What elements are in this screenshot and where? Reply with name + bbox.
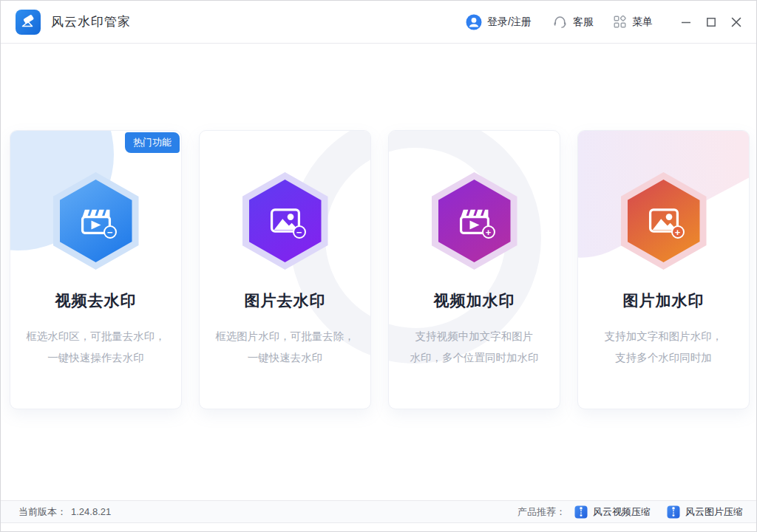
feature-card-2[interactable]: − 图片去水印 框选图片水印，可批量去除， 一键快速去水印	[199, 130, 371, 409]
titlebar: 风云水印管家 登录/注册 客服	[1, 1, 756, 44]
feature-hexagon-inner: +	[438, 180, 511, 262]
product-name: 风云图片压缩	[685, 505, 743, 519]
maximize-button[interactable]	[702, 13, 721, 32]
minimize-button[interactable]	[676, 13, 696, 32]
feature-desc-line1: 框选水印区，可批量去水印，	[10, 326, 181, 347]
menu-button[interactable]: 菜单	[613, 15, 653, 29]
main-area: 热门功能	[1, 44, 756, 501]
customer-service-label: 客服	[573, 16, 594, 29]
compress-app-icon	[574, 505, 588, 519]
feature-hexagon-inner: −	[249, 180, 322, 262]
avatar-icon	[466, 14, 482, 30]
version-label: 当前版本：	[18, 505, 67, 519]
feature-description: 支持视频中加文字和图片 水印，多个位置同时加水印	[389, 326, 560, 369]
feature-desc-line1: 支持视频中加文字和图片	[389, 326, 560, 347]
product-name: 风云视频压缩	[593, 505, 651, 519]
grid-menu-icon	[613, 15, 627, 29]
recommend-label: 产品推荐：	[517, 505, 566, 519]
plus-minus-badge: +	[482, 225, 495, 239]
feature-desc-line2: 一键快速操作去水印	[10, 347, 181, 369]
compress-app-icon	[667, 505, 680, 519]
feature-description: 框选水印区，可批量去水印， 一键快速操作去水印	[10, 326, 181, 369]
login-register-label: 登录/注册	[487, 16, 532, 29]
version-value: 1.24.8.21	[71, 506, 111, 517]
plus-minus-badge: −	[293, 225, 306, 239]
customer-service-button[interactable]: 客服	[552, 14, 594, 30]
app-logo	[16, 10, 41, 35]
feature-description: 支持加文字和图片水印， 支持多个水印同时加	[578, 326, 749, 369]
close-icon	[731, 17, 741, 27]
footer-bar: 当前版本： 1.24.8.21 产品推荐： 风云视频压缩	[1, 500, 756, 523]
plus-minus-badge: +	[671, 225, 685, 239]
feature-description: 框选图片水印，可批量去除， 一键快速去水印	[200, 326, 370, 369]
headset-icon	[552, 14, 568, 30]
feature-card-3[interactable]: + 视频加水印 支持视频中加文字和图片 水印，多个位置同时加水印	[388, 130, 560, 409]
feature-card-4[interactable]: + 图片加水印 支持加文字和图片水印， 支持多个水印同时加	[577, 130, 750, 409]
feature-desc-line1: 支持加文字和图片水印，	[578, 326, 749, 347]
feature-card-1[interactable]: 热门功能	[10, 130, 182, 409]
feature-desc-line2: 水印，多个位置同时加水印	[389, 347, 560, 369]
product-link-image-compress[interactable]: 风云图片压缩	[667, 505, 743, 519]
product-link-video-compress[interactable]: 风云视频压缩	[574, 505, 651, 519]
login-register-button[interactable]: 登录/注册	[466, 14, 532, 30]
feature-title: 视频加水印	[389, 290, 560, 311]
app-title: 风云水印管家	[51, 13, 131, 30]
feature-hexagon-inner: −	[60, 180, 132, 262]
feature-desc-line2: 支持多个水印同时加	[578, 347, 749, 369]
app-window: 风云水印管家 登录/注册 客服	[0, 0, 757, 532]
hot-feature-badge: 热门功能	[125, 132, 180, 153]
feature-hexagon-inner: +	[628, 180, 700, 262]
eraser-icon	[19, 13, 37, 31]
feature-title: 视频去水印	[10, 290, 181, 311]
minimize-icon	[681, 17, 691, 27]
menu-label: 菜单	[632, 16, 653, 29]
cards-row: 热门功能	[10, 130, 750, 409]
feature-desc-line1: 框选图片水印，可批量去除，	[200, 326, 370, 347]
feature-title: 图片去水印	[200, 290, 370, 311]
feature-title: 图片加水印	[578, 290, 749, 311]
feature-desc-line2: 一键快速去水印	[200, 347, 370, 369]
maximize-icon	[706, 17, 716, 27]
close-button[interactable]	[727, 13, 746, 32]
plus-minus-badge: −	[103, 225, 117, 239]
